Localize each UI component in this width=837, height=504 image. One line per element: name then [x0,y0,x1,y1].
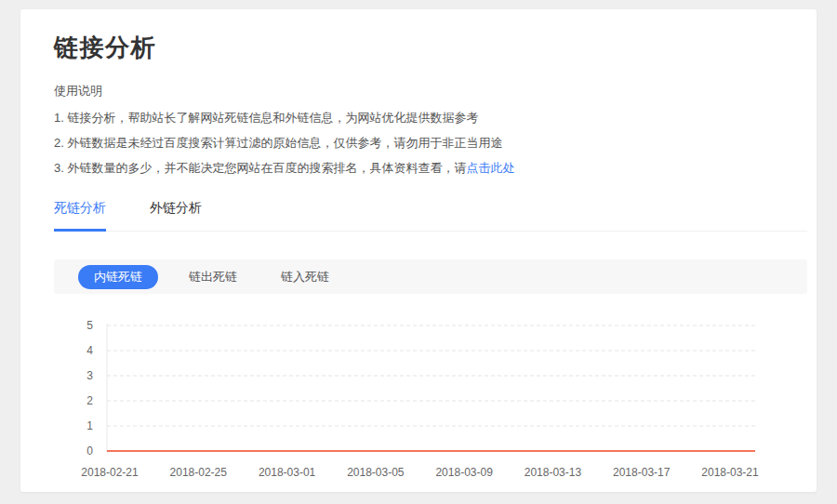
y-axis-tick: 0 [86,444,93,458]
x-axis-tick: 2018-02-25 [170,466,228,479]
tab-external-link-analysis[interactable]: 外链分析 [150,200,202,232]
main-tabs: 死链分析 外链分析 [54,200,807,232]
x-axis-tick: 2018-03-21 [701,466,759,479]
subtab-internal-dead-link[interactable]: 内链死链 [78,265,158,289]
page-title: 链接分析 [54,32,807,64]
tab-dead-link-analysis[interactable]: 死链分析 [54,200,106,232]
x-axis-tick: 2018-03-13 [525,466,582,479]
x-axis-tick: 2018-03-05 [347,466,405,479]
x-axis-tick: 2018-03-17 [613,466,671,479]
instruction-line-1: 1. 链接分析，帮助站长了解网站死链信息和外链信息，为网站优化提供数据参考 [54,105,807,130]
dead-link-chart: 5432102018-02-212018-02-252018-03-012018… [20,316,817,492]
link-analysis-card: 链接分析 使用说明 1. 链接分析，帮助站长了解网站死链信息和外链信息，为网站优… [20,9,817,492]
y-axis-tick: 4 [86,344,93,357]
y-axis-tick: 5 [86,319,93,332]
instruction-line-3: 3. 外链数量的多少，并不能决定您网站在百度的搜索排名，具体资料查看，请点击此处 [54,155,807,180]
y-axis-tick: 3 [86,369,93,382]
dead-link-type-bar: 内链死链 链出死链 链入死链 [54,259,807,294]
y-axis-tick: 2 [86,394,93,407]
card-content: 链接分析 使用说明 1. 链接分析，帮助站长了解网站死链信息和外链信息，为网站优… [20,9,817,294]
usage-heading: 使用说明 [54,83,807,99]
subtab-outbound-dead-link[interactable]: 链出死链 [189,269,237,285]
instruction-line-3-text: 3. 外链数量的多少，并不能决定您网站在百度的搜索排名，具体资料查看，请 [54,161,466,175]
x-axis-tick: 2018-03-01 [259,466,316,479]
y-axis-tick: 1 [86,419,93,432]
x-axis-tick: 2018-02-21 [81,466,139,479]
x-axis-tick: 2018-03-09 [435,466,493,479]
instruction-line-2: 2. 外链数据是未经过百度搜索计算过滤的原始信息，仅供参考，请勿用于非正当用途 [54,130,807,155]
subtab-inbound-dead-link[interactable]: 链入死链 [281,269,329,285]
details-link[interactable]: 点击此处 [466,161,514,175]
